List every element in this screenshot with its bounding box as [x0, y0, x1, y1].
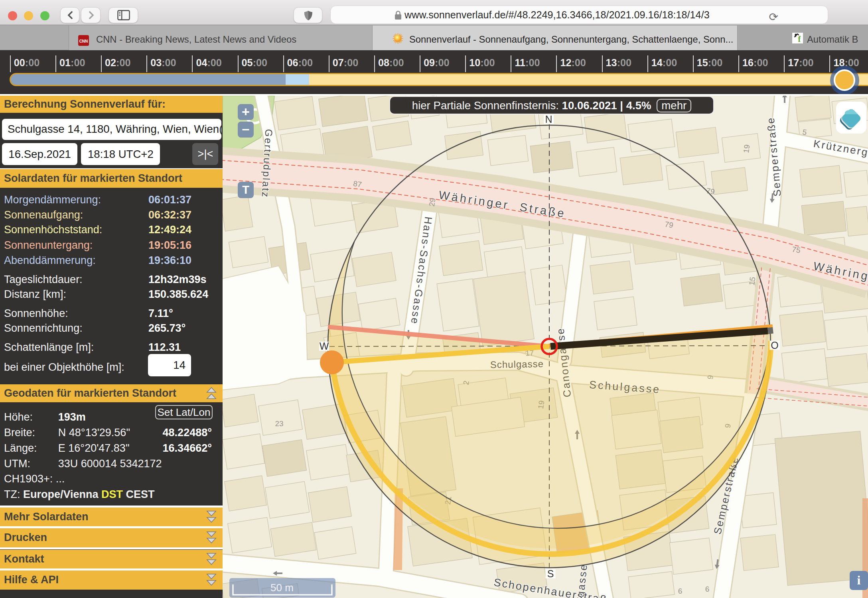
svg-text:N: N	[545, 114, 552, 125]
svg-text:6: 6	[678, 587, 683, 595]
svg-text:f: f	[798, 35, 801, 43]
svg-text:23: 23	[275, 419, 283, 428]
svg-text:O: O	[771, 340, 778, 351]
svg-text:S: S	[547, 568, 554, 579]
svg-text:W: W	[320, 340, 329, 352]
svg-text:15: 15	[748, 276, 757, 286]
svg-text:19: 19	[742, 144, 752, 153]
svg-text:87: 87	[353, 179, 362, 189]
svg-text:50 m: 50 m	[270, 582, 294, 594]
svg-text:29: 29	[428, 197, 437, 207]
svg-text:CNN: CNN	[79, 39, 88, 43]
svg-text:79: 79	[664, 220, 674, 229]
svg-text:6: 6	[705, 585, 710, 593]
svg-text:75: 75	[791, 245, 801, 254]
